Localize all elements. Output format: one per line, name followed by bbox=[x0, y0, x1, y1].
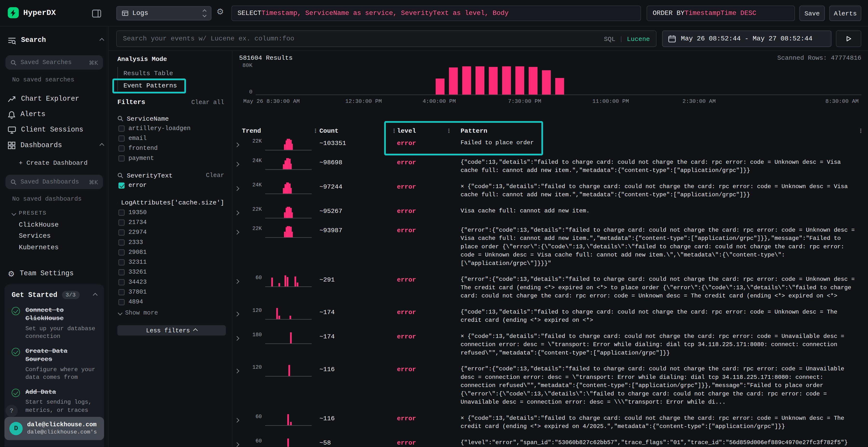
run-query-button[interactable] bbox=[836, 30, 862, 47]
pattern-cell[interactable]: {"error":{"code":13,"details":"failed to… bbox=[461, 275, 860, 300]
chevron-up-icon[interactable] bbox=[93, 293, 97, 297]
checkbox[interactable] bbox=[118, 219, 124, 225]
mode-event-patterns[interactable]: Event Patterns bbox=[118, 79, 224, 91]
table-row[interactable]: 22K ~103351 error Failed to place order bbox=[232, 135, 868, 154]
filter-option[interactable]: 22974 bbox=[117, 227, 224, 237]
mode-results-table[interactable]: Results Table bbox=[118, 67, 224, 79]
pattern-cell[interactable]: × {"code":13,"details":"failed to charge… bbox=[461, 414, 860, 431]
checkbox[interactable] bbox=[118, 145, 124, 151]
checkbox[interactable] bbox=[118, 135, 124, 141]
row-expand-chevron-icon[interactable] bbox=[235, 139, 243, 148]
checkbox[interactable] bbox=[118, 299, 124, 305]
row-expand-chevron-icon[interactable] bbox=[235, 275, 243, 285]
order-by-input[interactable]: ORDER BY TimestampTime DESC bbox=[647, 5, 795, 21]
filter-option-checked[interactable]: error bbox=[117, 180, 224, 190]
histogram-bar[interactable] bbox=[489, 67, 498, 95]
row-expand-chevron-icon[interactable] bbox=[235, 332, 243, 342]
filter-option[interactable]: 29081 bbox=[117, 247, 224, 257]
sidebar-item-search[interactable]: Search bbox=[8, 33, 103, 48]
help-button[interactable]: ? bbox=[5, 405, 18, 417]
checkbox[interactable] bbox=[118, 289, 124, 295]
col-header-pattern[interactable]: Pattern bbox=[461, 127, 487, 134]
get-started-step[interactable]: Add Data Start sending logs, metrics, or… bbox=[11, 388, 97, 414]
preset-services[interactable]: Services bbox=[19, 232, 51, 240]
col-header-level[interactable]: level bbox=[397, 127, 416, 134]
row-expand-chevron-icon[interactable] bbox=[235, 158, 243, 168]
table-row[interactable]: 60 ~58 error {"level":"error","span_id":… bbox=[232, 435, 868, 447]
pattern-cell[interactable]: {"error":{"code":13,"details":"failed to… bbox=[461, 365, 860, 406]
checkbox[interactable] bbox=[118, 155, 124, 161]
table-row[interactable]: 22K ~93987 error {"error":{"code":13,"de… bbox=[232, 222, 868, 271]
table-row[interactable]: 120 ~116 error {"error":{"code":13,"deta… bbox=[232, 361, 868, 410]
chevron-up-icon[interactable] bbox=[100, 142, 104, 149]
pattern-cell[interactable]: × {"code":13,"details":"failed to charge… bbox=[461, 332, 860, 357]
pattern-cell[interactable]: Failed to place order bbox=[461, 139, 860, 147]
filter-option[interactable]: 34423 bbox=[117, 277, 224, 287]
source-select[interactable]: Logs bbox=[116, 6, 212, 21]
histogram-bar[interactable] bbox=[542, 70, 551, 94]
lang-toggle-lucene[interactable]: Lucene bbox=[627, 35, 650, 42]
table-row[interactable]: 60 ~116 error × {"code":13,"details":"fa… bbox=[232, 410, 868, 435]
filter-option[interactable]: email bbox=[117, 133, 224, 143]
sidebar-item-client-sessions[interactable]: Client Sessions bbox=[8, 123, 103, 137]
histogram-bar[interactable] bbox=[502, 66, 511, 95]
histogram-bar[interactable] bbox=[555, 78, 564, 94]
pattern-cell[interactable]: {"code":13,"details":"failed to charge c… bbox=[461, 158, 860, 175]
sidebar-item-alerts[interactable]: Alerts bbox=[8, 107, 103, 122]
filter-option[interactable]: frontend bbox=[117, 143, 224, 153]
date-range-picker[interactable]: May 26 08:52:44 - May 27 08:52:44 bbox=[662, 30, 832, 47]
source-settings-gear-icon[interactable]: ⚙ bbox=[217, 8, 224, 16]
column-menu-icon[interactable]: ⋮ bbox=[313, 128, 318, 134]
checkbox[interactable] bbox=[118, 209, 124, 215]
saved-searches-input[interactable]: Saved Searches ⌘K bbox=[5, 56, 103, 70]
row-expand-chevron-icon[interactable] bbox=[235, 207, 243, 217]
pattern-cell[interactable]: {"error":{"code":13,"details":"failed to… bbox=[461, 226, 860, 268]
histogram-bar[interactable] bbox=[529, 67, 538, 95]
get-started-step[interactable]: Create Data Sources Configure where your… bbox=[11, 347, 97, 381]
preset-kubernetes[interactable]: Kubernetes bbox=[19, 244, 59, 252]
select-query-input[interactable]: SELECT Timestamp, ServiceName as service… bbox=[231, 5, 641, 21]
filter-option[interactable]: payment bbox=[117, 153, 224, 163]
row-expand-chevron-icon[interactable] bbox=[235, 365, 243, 375]
histogram-bar[interactable] bbox=[462, 66, 471, 95]
pattern-cell[interactable]: × {"code":13,"details":"failed to charge… bbox=[461, 182, 860, 199]
pattern-cell[interactable]: {"code":13,"details":"failed to charge c… bbox=[461, 308, 860, 325]
table-row[interactable]: 24K ~97244 error × {"code":13,"details":… bbox=[232, 179, 868, 203]
filter-option[interactable]: 37801 bbox=[117, 287, 224, 297]
sidebar-item-team-settings[interactable]: ⚙ Team Settings bbox=[8, 267, 103, 281]
checkbox[interactable] bbox=[118, 249, 124, 255]
sidebar-item-dashboards[interactable]: Dashboards bbox=[8, 138, 103, 153]
filter-option[interactable]: 33261 bbox=[117, 267, 224, 277]
clear-all-link[interactable]: Clear all bbox=[191, 99, 224, 106]
column-menu-icon[interactable]: ⋮ bbox=[858, 128, 864, 134]
histogram-bar[interactable] bbox=[449, 67, 458, 95]
col-header-count[interactable]: Count bbox=[319, 127, 339, 134]
save-button[interactable]: Save bbox=[799, 5, 825, 21]
row-expand-chevron-icon[interactable] bbox=[235, 414, 243, 424]
show-more-link[interactable]: Show more bbox=[117, 310, 224, 316]
chevron-up-icon[interactable] bbox=[100, 37, 104, 44]
row-expand-chevron-icon[interactable] bbox=[235, 182, 243, 193]
table-row[interactable]: 120 ~174 error {"code":13,"details":"fai… bbox=[232, 304, 868, 329]
filter-option[interactable]: 21734 bbox=[117, 217, 224, 227]
table-row[interactable]: 60 ~291 error {"error":{"code":13,"detai… bbox=[232, 271, 868, 304]
checkbox-checked[interactable] bbox=[118, 182, 124, 188]
column-menu-icon[interactable]: ⋮ bbox=[391, 128, 397, 134]
presets-section-toggle[interactable]: PRESETS bbox=[12, 210, 47, 216]
clear-link[interactable]: Clear bbox=[206, 172, 224, 179]
checkbox[interactable] bbox=[118, 259, 124, 265]
filter-option[interactable]: 4894 bbox=[117, 297, 224, 307]
filter-option[interactable]: 32311 bbox=[117, 257, 224, 267]
row-expand-chevron-icon[interactable] bbox=[235, 439, 243, 447]
row-expand-chevron-icon[interactable] bbox=[235, 226, 243, 236]
sidebar-item-chart-explorer[interactable]: Chart Explorer bbox=[8, 92, 103, 106]
table-row[interactable]: 22K ~95267 error Visa cache full: cannot… bbox=[232, 203, 868, 222]
preset-clickhouse[interactable]: ClickHouse bbox=[19, 221, 59, 229]
sidebar-collapse-icon[interactable] bbox=[92, 9, 101, 20]
table-row[interactable]: 24K ~98698 error {"code":13,"details":"f… bbox=[232, 154, 868, 179]
filter-option[interactable]: 2333 bbox=[117, 237, 224, 247]
histogram-bar[interactable] bbox=[435, 78, 444, 95]
less-filters-button[interactable]: Less filters bbox=[117, 325, 226, 336]
search-input[interactable]: Search your events w/ Lucene ex. column:… bbox=[116, 30, 656, 47]
checkbox[interactable] bbox=[118, 229, 124, 235]
